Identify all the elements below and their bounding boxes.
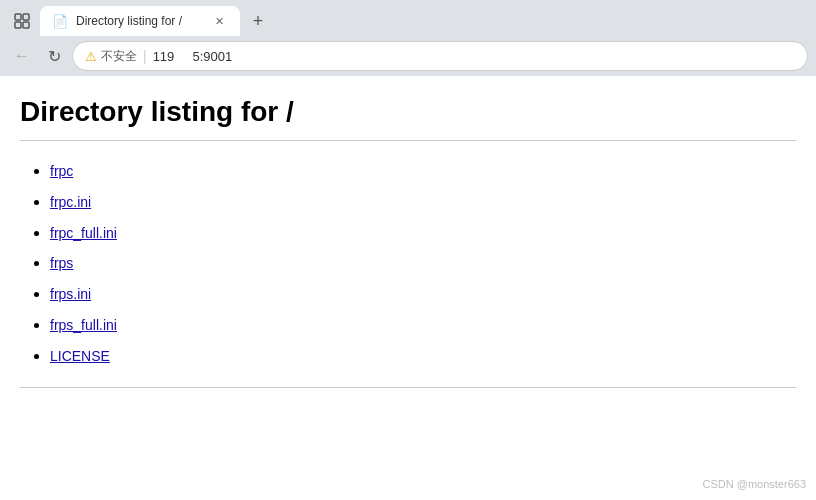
list-item: frps [50, 249, 796, 278]
tab-switcher-button[interactable] [8, 7, 36, 35]
security-warning: ⚠ 不安全 [85, 48, 137, 65]
tab-bar: 📄 Directory listing for / ✕ + [0, 0, 816, 36]
security-label: 不安全 [101, 48, 137, 65]
tab-close-button[interactable]: ✕ [210, 12, 228, 30]
top-divider [20, 140, 796, 141]
file-link-frpc-ini[interactable]: frpc.ini [50, 194, 91, 210]
address-port: 5:9001 [192, 49, 232, 64]
address-ip: 119 [153, 49, 175, 64]
svg-rect-0 [15, 14, 21, 20]
list-item: LICENSE [50, 342, 796, 371]
list-item: frpc.ini [50, 188, 796, 217]
address-divider: | [143, 48, 147, 64]
svg-rect-1 [23, 14, 29, 20]
address-text: 119 5:9001 [153, 49, 233, 64]
page-content: Directory listing for / frpc frpc.ini fr… [0, 76, 816, 500]
file-link-frpc[interactable]: frpc [50, 163, 73, 179]
file-link-frps-full-ini[interactable]: frps_full.ini [50, 317, 117, 333]
file-link-frpc-full-ini[interactable]: frpc_full.ini [50, 225, 117, 241]
refresh-button[interactable]: ↻ [40, 42, 68, 70]
browser-chrome: 📄 Directory listing for / ✕ + ← ↻ ⚠ 不安全 … [0, 0, 816, 76]
list-item: frpc [50, 157, 796, 186]
list-item: frpc_full.ini [50, 219, 796, 248]
file-list: frpc frpc.ini frpc_full.ini frps frps.in… [20, 157, 796, 371]
address-bar[interactable]: ⚠ 不安全 | 119 5:9001 [72, 41, 808, 71]
watermark: CSDN @monster663 [703, 478, 806, 490]
new-tab-button[interactable]: + [244, 7, 272, 35]
list-item: frps.ini [50, 280, 796, 309]
file-link-frps[interactable]: frps [50, 255, 73, 271]
svg-rect-2 [15, 22, 21, 28]
warning-icon: ⚠ [85, 49, 97, 64]
back-button[interactable]: ← [8, 42, 36, 70]
active-tab[interactable]: 📄 Directory listing for / ✕ [40, 6, 240, 36]
nav-bar: ← ↻ ⚠ 不安全 | 119 5:9001 [0, 36, 816, 76]
page-title: Directory listing for / [20, 96, 796, 128]
svg-rect-3 [23, 22, 29, 28]
tab-title: Directory listing for / [76, 14, 202, 28]
tab-page-icon: 📄 [52, 14, 68, 29]
list-item: frps_full.ini [50, 311, 796, 340]
bottom-divider [20, 387, 796, 388]
file-link-frps-ini[interactable]: frps.ini [50, 286, 91, 302]
file-link-license[interactable]: LICENSE [50, 348, 110, 364]
